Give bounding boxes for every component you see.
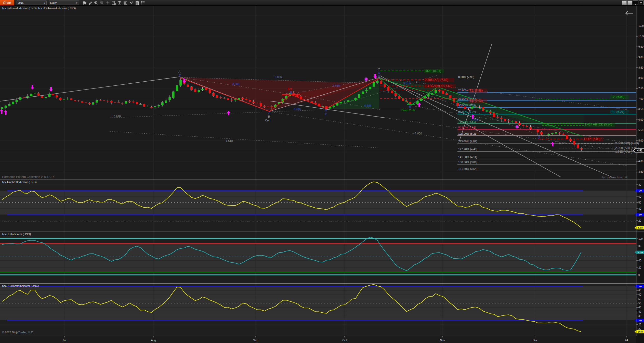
draw-pencil-icon[interactable]	[87, 1, 93, 5]
candle-body	[373, 82, 375, 86]
candle-body	[37, 93, 40, 95]
drawing-tools-icon[interactable]	[128, 1, 134, 5]
fib-level-label: 127.20% (4.48)	[458, 148, 477, 151]
window-button-b[interactable]	[627, 1, 632, 5]
candle-body	[460, 106, 462, 106]
chart-canvas[interactable]: JulAugSepOctNovDec240.00% (7.95)23.60% (…	[0, 0, 644, 343]
candle-body	[263, 106, 266, 107]
panel-axis-label: 20	[638, 219, 641, 222]
zoom-out-icon[interactable]	[99, 1, 105, 5]
pattern-vertex-label: Crab	[265, 119, 271, 122]
candle-body	[190, 86, 193, 90]
candle-body	[376, 81, 378, 83]
pattern-vertex-label: C	[378, 68, 380, 71]
candle-body	[555, 132, 557, 134]
pattern-vertex-label: D	[538, 136, 540, 139]
toolbar: Chart UNG ∨ Daily ∨	[0, 0, 644, 6]
properties-list-icon[interactable]	[140, 1, 146, 5]
panel-axis-label: 80	[638, 183, 641, 186]
axis-marker-value: 8.18	[638, 226, 643, 229]
candle-body	[467, 109, 470, 109]
candle-body	[74, 100, 76, 101]
candle-body	[96, 100, 98, 103]
candle-body	[340, 102, 342, 103]
panel-axis-label: 80	[638, 245, 641, 247]
candle-body	[77, 101, 80, 101]
window-controls: _ ❐	[621, 1, 643, 5]
month-label: Dec	[533, 339, 538, 342]
candle-body	[365, 90, 368, 91]
candle-body	[234, 99, 236, 100]
candle-body	[249, 100, 251, 102]
window-button-a[interactable]	[622, 1, 627, 5]
candle-body	[267, 107, 269, 107]
pattern-vertex-label: A	[178, 70, 180, 74]
candle-body	[48, 94, 50, 97]
candle-body	[23, 97, 25, 98]
candle-body	[577, 144, 579, 148]
candle-body	[30, 94, 32, 96]
candle-body	[63, 99, 65, 100]
chevron-down-icon: ∨	[76, 1, 77, 5]
candle-body	[132, 101, 134, 102]
panel-axis-label: 40	[638, 207, 641, 210]
candle-body	[354, 98, 357, 100]
fib-level-label: 161.80% (3.54)	[458, 167, 477, 170]
chart-window-button[interactable]: Chart	[0, 0, 14, 5]
candle-body	[537, 130, 539, 132]
minimize-button[interactable]: _	[633, 1, 638, 5]
candle-body	[205, 88, 207, 90]
candle-body	[114, 102, 116, 103]
candle-body	[471, 107, 473, 109]
chart-trader-icon[interactable]	[111, 1, 117, 5]
annotation-label: T2: (6.98)	[611, 95, 624, 99]
candle-body	[442, 91, 444, 94]
candle-body	[227, 98, 229, 100]
candle-body	[464, 107, 466, 109]
candle-body	[511, 121, 514, 122]
candle-body	[445, 93, 448, 95]
panel-axis-label: 60	[638, 195, 641, 198]
axis-marker-value: 16.8	[638, 330, 643, 333]
fib-level-label: 141.00% (4.11)	[458, 156, 477, 159]
candle-body	[92, 102, 94, 105]
candle-body	[45, 97, 47, 98]
instrument-selector[interactable]: UNG ∨	[17, 1, 47, 5]
candle-body	[103, 100, 105, 101]
fib-level-label: 150.00% (3.86)	[458, 161, 477, 164]
candle-body	[358, 94, 360, 98]
price-axis-label: 4.00	[638, 160, 643, 163]
axis-marker-value: 70	[639, 189, 642, 192]
candle-body	[515, 121, 517, 123]
annotation-label: 1.414 AB=CD (7.62)	[425, 84, 452, 88]
candle-body	[529, 127, 532, 129]
strategies-icon[interactable]	[134, 1, 140, 5]
candle-body	[526, 126, 528, 127]
price-axis-label: 6.00	[638, 118, 643, 121]
period-value: Daily	[50, 1, 57, 5]
pattern-vertex-label: Deep Crab	[401, 109, 415, 112]
candle-body	[128, 101, 131, 102]
candle-body	[333, 106, 335, 107]
candle-body	[533, 129, 535, 130]
indicators-icon[interactable]	[123, 1, 128, 5]
candlestick-chart-icon[interactable]	[82, 1, 87, 5]
candle-body	[179, 80, 182, 85]
zoom-in-icon[interactable]	[93, 1, 99, 5]
panel-axis-label: 25	[638, 323, 641, 326]
annotation-label: HOP: (5.09)	[584, 137, 600, 141]
toolbar-icon-row	[82, 1, 146, 5]
restore-button[interactable]: ❐	[639, 1, 643, 5]
price-axis-label: 10.00	[638, 35, 644, 38]
price-axis-label: 7.50	[638, 87, 643, 90]
axis-marker-value: 4.52	[637, 149, 642, 152]
data-series-icon[interactable]	[117, 1, 123, 5]
candle-body	[88, 103, 91, 104]
candle-body	[1, 107, 3, 109]
pattern-vertex-label: D	[378, 71, 380, 75]
pattern-vertex-label: A	[378, 74, 380, 78]
crosshair-icon[interactable]	[105, 1, 111, 5]
copyright-text: © 2023 NinjaTrader, LLC	[2, 331, 33, 334]
period-selector[interactable]: Daily ∨	[49, 1, 79, 5]
candle-body	[70, 98, 72, 100]
